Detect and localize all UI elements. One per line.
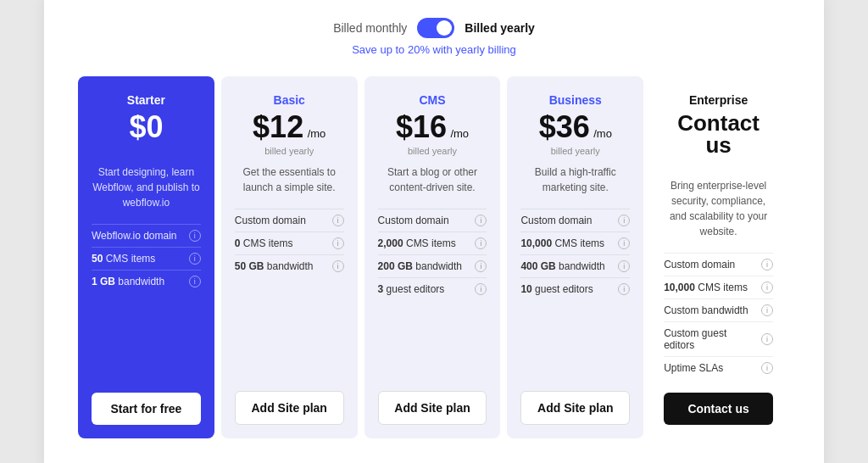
starter-billed	[92, 146, 201, 156]
basic-plan-name: Basic	[235, 93, 344, 107]
billed-monthly-label: Billed monthly	[333, 21, 407, 35]
feature-text: 50 GB bandwidth	[235, 260, 329, 272]
enterprise-features: Custom domain i 10,000 CMS items i Custo…	[664, 253, 773, 379]
feature-item: Webflow.io domain i	[92, 224, 201, 247]
feature-text: 10,000 CMS items	[664, 282, 758, 293]
enterprise-cta-button[interactable]: Contact us	[664, 393, 773, 425]
feature-item: 3 guest editors i	[378, 277, 487, 300]
feature-text: 200 GB bandwidth	[378, 260, 472, 272]
cms-price: $16 /mo	[378, 112, 487, 142]
feature-item: 10,000 CMS items i	[520, 232, 630, 254]
info-icon: i	[332, 260, 344, 272]
save-text: Save up to 20% with yearly billing	[78, 43, 790, 56]
starter-price: $0	[92, 112, 201, 142]
info-icon: i	[761, 282, 773, 293]
info-icon: i	[475, 260, 487, 272]
enterprise-plan-name: Enterprise	[664, 93, 773, 107]
info-icon: i	[475, 283, 487, 295]
info-icon: i	[189, 253, 201, 265]
feature-item: Custom domain i	[520, 209, 630, 232]
info-icon: i	[618, 260, 630, 272]
cms-billed: billed yearly	[378, 146, 487, 156]
info-icon: i	[332, 237, 344, 249]
feature-item: Custom domain i	[378, 209, 487, 232]
info-icon: i	[761, 304, 773, 316]
cms-price-amount: $16	[396, 109, 447, 144]
feature-text: Custom bandwidth	[664, 304, 758, 316]
plan-starter: Starter $0 Start designing, learn Webflo…	[78, 76, 214, 438]
feature-item: Custom domain i	[235, 209, 344, 232]
business-desc: Build a high-traffic marketing site.	[520, 165, 630, 195]
feature-text: Webflow.io domain	[92, 230, 186, 242]
feature-text: 400 GB bandwidth	[520, 260, 615, 272]
basic-price: $12 /mo	[235, 112, 344, 142]
feature-item: Custom domain i	[664, 253, 773, 276]
feature-item: Custom bandwidth i	[664, 298, 773, 321]
feature-item: 200 GB bandwidth i	[378, 254, 487, 277]
basic-price-mo: /mo	[308, 127, 326, 140]
basic-cta-button[interactable]: Add Site plan	[235, 391, 344, 425]
feature-text: 3 guest editors	[378, 283, 472, 295]
business-price-mo: /mo	[593, 127, 612, 140]
plan-business: Business $36 /mo billed yearly Build a h…	[507, 76, 643, 438]
feature-text: Uptime SLAs	[664, 362, 758, 374]
starter-features: Webflow.io domain i 50 CMS items i 1 GB …	[92, 224, 201, 379]
feature-text: Custom domain	[378, 215, 472, 226]
basic-price-amount: $12	[253, 109, 303, 144]
enterprise-price-amount: Contact us	[677, 110, 760, 158]
starter-desc: Start designing, learn Webflow, and publ…	[92, 165, 201, 210]
feature-item: 2,000 CMS items i	[378, 232, 487, 254]
starter-price-amount: $0	[129, 109, 163, 144]
business-billed: billed yearly	[520, 146, 630, 156]
info-icon: i	[761, 333, 773, 345]
business-plan-name: Business	[520, 93, 630, 107]
info-icon: i	[189, 230, 201, 242]
feature-item: 50 GB bandwidth i	[235, 254, 344, 277]
basic-features: Custom domain i 0 CMS items i 50 GB band…	[235, 209, 344, 377]
feature-text: Custom domain	[235, 215, 329, 226]
feature-item: Custom guest editors i	[664, 321, 773, 356]
info-icon: i	[618, 215, 630, 226]
info-icon: i	[618, 283, 630, 295]
feature-text: 10 guest editors	[520, 283, 615, 295]
plan-enterprise: Enterprise Contact us Bring enterprise-l…	[650, 76, 787, 438]
plan-cms: CMS $16 /mo billed yearly Start a blog o…	[364, 76, 501, 438]
plans-row: Starter $0 Start designing, learn Webflo…	[78, 76, 790, 438]
cms-features: Custom domain i 2,000 CMS items i 200 GB…	[378, 209, 487, 377]
info-icon: i	[475, 215, 487, 226]
business-price: $36 /mo	[520, 112, 630, 142]
cms-cta-button[interactable]: Add Site plan	[378, 391, 487, 425]
feature-item: 10,000 CMS items i	[664, 276, 773, 298]
info-icon: i	[189, 276, 201, 287]
feature-text: 0 CMS items	[235, 237, 329, 249]
cms-price-mo: /mo	[450, 127, 469, 140]
starter-plan-name: Starter	[92, 93, 201, 107]
feature-text: Custom guest editors	[664, 327, 758, 351]
business-price-amount: $36	[539, 109, 590, 144]
business-cta-button[interactable]: Add Site plan	[520, 391, 630, 425]
feature-item: 50 CMS items i	[92, 247, 201, 270]
feature-text: Custom domain	[520, 215, 615, 226]
feature-item: Uptime SLAs i	[664, 356, 773, 379]
feature-text: 1 GB bandwidth	[92, 276, 186, 287]
cms-plan-name: CMS	[378, 93, 487, 107]
feature-text: 2,000 CMS items	[378, 237, 472, 249]
feature-item: 0 CMS items i	[235, 232, 344, 254]
info-icon: i	[332, 215, 344, 226]
cms-desc: Start a blog or other content-driven sit…	[378, 165, 487, 195]
info-icon: i	[761, 259, 773, 271]
feature-item: 1 GB bandwidth i	[92, 270, 201, 293]
enterprise-price: Contact us	[664, 112, 773, 156]
billing-toggle-row: Billed monthly Billed yearly	[78, 18, 790, 38]
business-features: Custom domain i 10,000 CMS items i 400 G…	[520, 209, 630, 377]
starter-cta-button[interactable]: Start for free	[92, 393, 201, 425]
pricing-card: Billed monthly Billed yearly Save up to …	[44, 0, 824, 463]
info-icon: i	[618, 237, 630, 249]
feature-item: 10 guest editors i	[520, 277, 630, 300]
feature-text: 10,000 CMS items	[520, 237, 615, 249]
basic-desc: Get the essentials to launch a simple si…	[235, 165, 344, 195]
info-icon: i	[475, 237, 487, 249]
info-icon: i	[761, 362, 773, 374]
feature-text: Custom domain	[664, 259, 758, 271]
billing-toggle[interactable]	[417, 18, 454, 38]
